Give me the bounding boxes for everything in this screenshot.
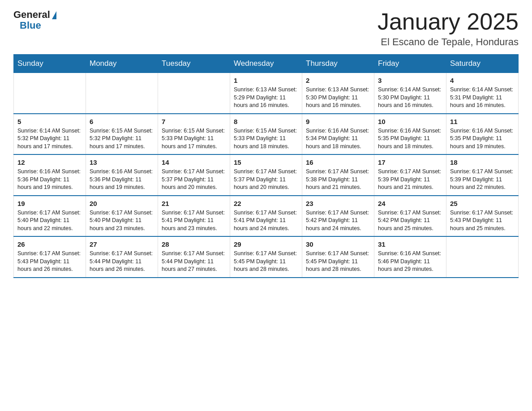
day-number: 6: [90, 118, 154, 125]
week-row-1: 1Sunrise: 6:13 AM Sunset: 5:29 PM Daylig…: [14, 73, 519, 114]
day-number: 29: [234, 240, 298, 248]
day-number: 26: [17, 240, 82, 248]
day-cell-17: 15Sunrise: 6:17 AM Sunset: 5:37 PM Dayli…: [230, 154, 302, 196]
day-info: Sunrise: 6:17 AM Sunset: 5:42 PM Dayligh…: [306, 209, 370, 233]
day-cell-18: 16Sunrise: 6:17 AM Sunset: 5:38 PM Dayli…: [302, 154, 374, 196]
day-number: 18: [450, 158, 515, 166]
day-cell-26: 24Sunrise: 6:17 AM Sunset: 5:42 PM Dayli…: [374, 196, 446, 237]
day-info: Sunrise: 6:15 AM Sunset: 5:33 PM Dayligh…: [162, 127, 226, 151]
day-number: 16: [306, 158, 370, 166]
week-row-2: 5Sunrise: 6:14 AM Sunset: 5:32 PM Daylig…: [14, 114, 519, 155]
week-row-5: 26Sunrise: 6:17 AM Sunset: 5:43 PM Dayli…: [14, 236, 519, 278]
day-info: Sunrise: 6:16 AM Sunset: 5:35 PM Dayligh…: [378, 127, 442, 151]
day-cell-11: 9Sunrise: 6:16 AM Sunset: 5:34 PM Daylig…: [302, 114, 374, 155]
day-info: Sunrise: 6:14 AM Sunset: 5:32 PM Dayligh…: [17, 127, 82, 151]
logo-triangle-icon: [52, 11, 56, 19]
week-row-4: 19Sunrise: 6:17 AM Sunset: 5:40 PM Dayli…: [14, 196, 519, 237]
day-number: 24: [378, 200, 442, 207]
day-cell-30: 28Sunrise: 6:17 AM Sunset: 5:44 PM Dayli…: [158, 236, 230, 278]
day-number: 17: [378, 158, 442, 166]
day-cell-31: 29Sunrise: 6:17 AM Sunset: 5:45 PM Dayli…: [230, 236, 302, 278]
day-number: 8: [234, 118, 298, 125]
day-cell-27: 25Sunrise: 6:17 AM Sunset: 5:43 PM Dayli…: [446, 196, 519, 237]
day-cell-6: 4Sunrise: 6:14 AM Sunset: 5:31 PM Daylig…: [446, 73, 519, 114]
day-info: Sunrise: 6:17 AM Sunset: 5:42 PM Dayligh…: [378, 209, 442, 233]
day-info: Sunrise: 6:17 AM Sunset: 5:45 PM Dayligh…: [234, 250, 298, 274]
day-info: Sunrise: 6:17 AM Sunset: 5:37 PM Dayligh…: [234, 168, 298, 192]
day-cell-13: 11Sunrise: 6:16 AM Sunset: 5:35 PM Dayli…: [446, 114, 519, 155]
calendar-title: January 2025: [378, 9, 519, 34]
day-cell-16: 14Sunrise: 6:17 AM Sunset: 5:37 PM Dayli…: [158, 154, 230, 196]
day-info: Sunrise: 6:15 AM Sunset: 5:32 PM Dayligh…: [90, 127, 154, 151]
day-info: Sunrise: 6:17 AM Sunset: 5:44 PM Dayligh…: [162, 250, 226, 274]
day-info: Sunrise: 6:17 AM Sunset: 5:41 PM Dayligh…: [234, 209, 298, 233]
day-cell-19: 17Sunrise: 6:17 AM Sunset: 5:39 PM Dayli…: [374, 154, 446, 196]
day-info: Sunrise: 6:16 AM Sunset: 5:46 PM Dayligh…: [378, 250, 442, 274]
header-day-tuesday: Tuesday: [158, 55, 230, 73]
calendar-table: SundayMondayTuesdayWednesdayThursdayFrid…: [13, 54, 519, 278]
day-cell-29: 27Sunrise: 6:17 AM Sunset: 5:44 PM Dayli…: [86, 236, 158, 278]
day-number: 3: [378, 77, 442, 84]
day-cell-3: 1Sunrise: 6:13 AM Sunset: 5:29 PM Daylig…: [230, 73, 302, 114]
day-number: 22: [234, 200, 298, 207]
day-info: Sunrise: 6:16 AM Sunset: 5:35 PM Dayligh…: [450, 127, 515, 151]
day-cell-32: 30Sunrise: 6:17 AM Sunset: 5:45 PM Dayli…: [302, 236, 374, 278]
day-info: Sunrise: 6:17 AM Sunset: 5:43 PM Dayligh…: [450, 209, 515, 233]
day-cell-21: 19Sunrise: 6:17 AM Sunset: 5:40 PM Dayli…: [14, 196, 86, 237]
day-number: 27: [90, 240, 154, 248]
day-number: 2: [306, 77, 370, 84]
day-cell-33: 31Sunrise: 6:16 AM Sunset: 5:46 PM Dayli…: [374, 236, 446, 278]
day-number: 11: [450, 118, 515, 125]
day-cell-15: 13Sunrise: 6:16 AM Sunset: 5:36 PM Dayli…: [86, 154, 158, 196]
day-info: Sunrise: 6:15 AM Sunset: 5:33 PM Dayligh…: [234, 127, 298, 151]
day-info: Sunrise: 6:17 AM Sunset: 5:41 PM Dayligh…: [162, 209, 226, 233]
header-day-sunday: Sunday: [14, 55, 86, 73]
day-number: 13: [90, 158, 154, 166]
logo-general-text: General: [13, 9, 50, 21]
day-number: 30: [306, 240, 370, 248]
header-day-saturday: Saturday: [446, 55, 519, 73]
day-cell-12: 10Sunrise: 6:16 AM Sunset: 5:35 PM Dayli…: [374, 114, 446, 155]
day-cell-25: 23Sunrise: 6:17 AM Sunset: 5:42 PM Dayli…: [302, 196, 374, 237]
day-info: Sunrise: 6:17 AM Sunset: 5:37 PM Dayligh…: [162, 168, 226, 192]
header-day-wednesday: Wednesday: [230, 55, 302, 73]
day-info: Sunrise: 6:16 AM Sunset: 5:36 PM Dayligh…: [17, 168, 82, 192]
day-cell-2: [158, 73, 230, 114]
day-cell-4: 2Sunrise: 6:13 AM Sunset: 5:30 PM Daylig…: [302, 73, 374, 114]
day-number: 10: [378, 118, 442, 125]
day-cell-0: [14, 73, 86, 114]
day-cell-28: 26Sunrise: 6:17 AM Sunset: 5:43 PM Dayli…: [14, 236, 86, 278]
title-area: January 2025 El Escano de Tepale, Hondur…: [378, 9, 519, 48]
day-info: Sunrise: 6:16 AM Sunset: 5:36 PM Dayligh…: [90, 168, 154, 192]
day-info: Sunrise: 6:17 AM Sunset: 5:39 PM Dayligh…: [450, 168, 515, 192]
day-info: Sunrise: 6:17 AM Sunset: 5:38 PM Dayligh…: [306, 168, 370, 192]
day-number: 31: [378, 240, 442, 248]
day-info: Sunrise: 6:17 AM Sunset: 5:40 PM Dayligh…: [90, 209, 154, 233]
week-row-3: 12Sunrise: 6:16 AM Sunset: 5:36 PM Dayli…: [14, 154, 519, 196]
day-cell-24: 22Sunrise: 6:17 AM Sunset: 5:41 PM Dayli…: [230, 196, 302, 237]
day-cell-14: 12Sunrise: 6:16 AM Sunset: 5:36 PM Dayli…: [14, 154, 86, 196]
day-info: Sunrise: 6:13 AM Sunset: 5:30 PM Dayligh…: [306, 86, 370, 110]
day-number: 20: [90, 200, 154, 207]
day-info: Sunrise: 6:17 AM Sunset: 5:43 PM Dayligh…: [17, 250, 82, 274]
day-info: Sunrise: 6:17 AM Sunset: 5:40 PM Dayligh…: [17, 209, 82, 233]
day-cell-34: [446, 236, 519, 278]
day-cell-7: 5Sunrise: 6:14 AM Sunset: 5:32 PM Daylig…: [14, 114, 86, 155]
day-number: 9: [306, 118, 370, 125]
header-day-monday: Monday: [86, 55, 158, 73]
day-info: Sunrise: 6:16 AM Sunset: 5:34 PM Dayligh…: [306, 127, 370, 151]
day-number: 1: [234, 77, 298, 84]
day-number: 25: [450, 200, 515, 207]
header-day-friday: Friday: [374, 55, 446, 73]
day-number: 21: [162, 200, 226, 207]
day-cell-23: 21Sunrise: 6:17 AM Sunset: 5:41 PM Dayli…: [158, 196, 230, 237]
day-number: 12: [17, 158, 82, 166]
day-cell-20: 18Sunrise: 6:17 AM Sunset: 5:39 PM Dayli…: [446, 154, 519, 196]
day-number: 14: [162, 158, 226, 166]
day-number: 19: [17, 200, 82, 207]
header-day-thursday: Thursday: [302, 55, 374, 73]
calendar-subtitle: El Escano de Tepale, Honduras: [378, 36, 519, 48]
day-info: Sunrise: 6:17 AM Sunset: 5:39 PM Dayligh…: [378, 168, 442, 192]
day-info: Sunrise: 6:17 AM Sunset: 5:45 PM Dayligh…: [306, 250, 370, 274]
day-cell-10: 8Sunrise: 6:15 AM Sunset: 5:33 PM Daylig…: [230, 114, 302, 155]
